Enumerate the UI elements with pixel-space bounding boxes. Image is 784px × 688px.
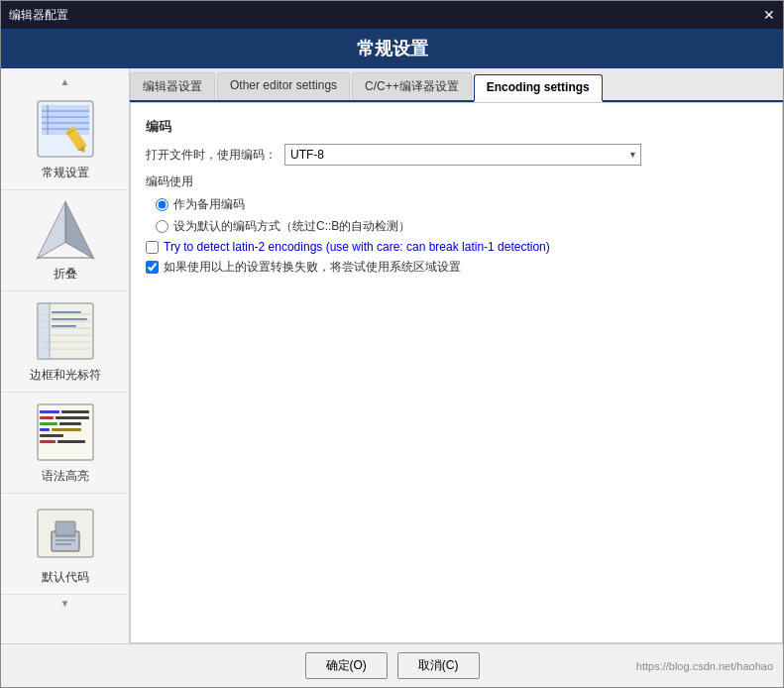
main-window: 编辑器配置 ✕ 常规设置 ▲: [0, 0, 784, 688]
checkbox-locale-label: 如果使用以上的设置转换失败，将尝试使用系统区域设置: [164, 259, 461, 276]
svg-rect-24: [52, 318, 87, 320]
header-title: 常规设置: [357, 39, 428, 58]
svg-rect-33: [40, 428, 50, 431]
encoding-row: 打开文件时，使用编码： UTF-8 UTF-16 GBK GB2312 BIG5…: [146, 144, 767, 166]
svg-rect-25: [52, 325, 76, 327]
sidebar-label-syntax: 语法高亮: [42, 468, 89, 485]
sidebar: ▲: [1, 68, 130, 643]
checkbox-locale[interactable]: [146, 261, 159, 274]
sidebar-label-margin: 边框和光标符: [30, 367, 101, 384]
tab-editor-settings[interactable]: 编辑器设置: [130, 72, 215, 100]
svg-rect-28: [61, 410, 89, 413]
open-file-label: 打开文件时，使用编码：: [146, 147, 277, 164]
svg-rect-16: [38, 303, 50, 359]
radio-default-label: 设为默认的编码方式（统过C::B的自动检测）: [173, 218, 410, 235]
encoding-select-container: UTF-8 UTF-16 GBK GB2312 BIG5 ISO-8859-1: [284, 144, 641, 166]
radio-default[interactable]: [156, 220, 168, 233]
checkbox-row-2: 如果使用以上的设置转换失败，将尝试使用系统区域设置: [146, 259, 767, 276]
sidebar-item-general[interactable]: 常规设置: [1, 89, 129, 190]
sidebar-label-default-code: 默认代码: [42, 569, 89, 586]
svg-rect-40: [56, 521, 75, 535]
checkbox-latin2[interactable]: [146, 241, 159, 254]
general-icon: [34, 97, 97, 161]
panel-content: 编码 打开文件时，使用编码： UTF-8 UTF-16 GBK GB2312 B…: [130, 102, 783, 643]
tab-encoding-settings[interactable]: Encoding settings: [474, 74, 603, 102]
svg-rect-29: [40, 416, 54, 419]
sidebar-item-syntax[interactable]: 语法高亮: [1, 393, 129, 494]
encoding-select[interactable]: UTF-8 UTF-16 GBK GB2312 BIG5 ISO-8859-1: [284, 144, 641, 166]
sidebar-scroll-down[interactable]: ▼: [1, 595, 129, 611]
folding-icon: [34, 198, 97, 262]
svg-rect-36: [40, 440, 56, 443]
main-panel: 编辑器设置 Other editor settings C/C++编译器设置 E…: [130, 68, 783, 643]
svg-rect-35: [40, 434, 63, 437]
sidebar-label-folding: 折叠: [54, 266, 77, 283]
title-bar-text: 编辑器配置: [9, 7, 68, 24]
checkbox-row-1: Try to detect latin-2 encodings (use wit…: [146, 240, 767, 254]
margin-icon: [34, 299, 97, 363]
tabs-bar: 编辑器设置 Other editor settings C/C++编译器设置 E…: [130, 68, 783, 102]
svg-rect-34: [52, 428, 81, 431]
radio-backup[interactable]: [156, 198, 168, 211]
section-title-encoding: 编码: [146, 118, 767, 136]
svg-rect-31: [40, 422, 57, 425]
sidebar-item-folding[interactable]: 折叠: [1, 190, 129, 291]
radio-row-1: 作为备用编码: [156, 196, 767, 213]
default-code-icon: [34, 502, 97, 565]
header-bar: 常规设置: [1, 29, 783, 68]
content-area: ▲: [1, 68, 783, 643]
sidebar-scroll-up[interactable]: ▲: [1, 73, 129, 89]
bottom-link: https://blog.csdn.net/haohao: [636, 660, 773, 672]
sidebar-item-margin[interactable]: 边框和光标符: [1, 291, 129, 393]
syntax-icon: [34, 401, 97, 464]
encoding-use-label: 编码使用: [146, 173, 767, 190]
svg-rect-37: [57, 440, 85, 443]
sidebar-label-general: 常规设置: [42, 165, 89, 181]
svg-marker-12: [65, 202, 93, 258]
svg-rect-32: [59, 422, 81, 425]
radio-row-2: 设为默认的编码方式（统过C::B的自动检测）: [156, 218, 767, 235]
svg-rect-23: [52, 311, 81, 313]
svg-rect-27: [40, 410, 59, 413]
close-button[interactable]: ✕: [763, 8, 775, 22]
tab-cpp-settings[interactable]: C/C++编译器设置: [352, 72, 472, 100]
cancel-button[interactable]: 取消(C): [397, 652, 480, 679]
radio-group: 作为备用编码 设为默认的编码方式（统过C::B的自动检测）: [156, 196, 767, 235]
tab-other-editor-settings[interactable]: Other editor settings: [217, 72, 350, 100]
checkbox-latin2-label: Try to detect latin-2 encodings (use wit…: [164, 240, 550, 254]
sidebar-item-default-code[interactable]: 默认代码: [1, 494, 129, 595]
svg-rect-1: [42, 105, 89, 135]
bottom-bar: 确定(O) 取消(C) https://blog.csdn.net/haohao: [1, 643, 783, 687]
svg-rect-30: [56, 416, 89, 419]
confirm-button[interactable]: 确定(O): [305, 652, 388, 679]
radio-backup-label: 作为备用编码: [173, 196, 245, 213]
title-bar: 编辑器配置 ✕: [1, 1, 783, 29]
